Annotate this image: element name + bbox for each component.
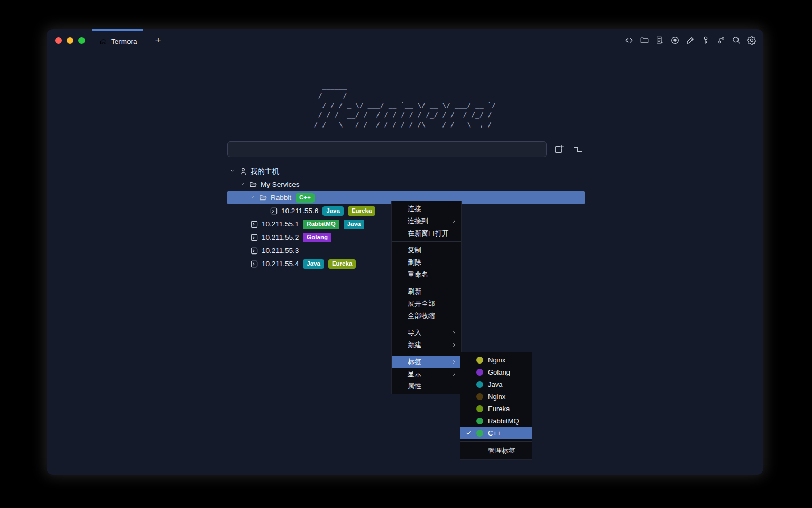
arrow-right-icon	[451, 342, 457, 348]
menu-item-open-in-new-window[interactable]: 在新窗口打开	[392, 227, 461, 239]
traffic-lights	[47, 29, 91, 51]
search-icon	[732, 35, 741, 45]
menu-item-label: 复制	[408, 246, 457, 255]
tag-label: Java	[488, 380, 502, 388]
code-button[interactable]	[624, 35, 634, 46]
menu-item-connect[interactable]: 连接	[392, 203, 461, 215]
branch-icon	[716, 35, 726, 45]
tag-item-rabbitmq[interactable]: RabbitMQ	[460, 415, 532, 427]
toolbar	[624, 29, 756, 51]
tab-title: Termora	[111, 38, 137, 46]
tag-item-java[interactable]: Java	[460, 378, 532, 391]
menu-item-refresh[interactable]: 刷新	[392, 285, 461, 297]
folder-open-icon	[249, 180, 257, 189]
tag-color-dot	[476, 418, 483, 424]
menu-item-label: 属性	[408, 382, 457, 391]
tag-color-dot	[476, 393, 483, 400]
terminal-icon	[250, 247, 259, 255]
arrow-right-icon	[451, 330, 457, 335]
tab-bar: Termora +	[47, 29, 763, 51]
menu-item-tags[interactable]: 标签	[392, 356, 461, 368]
tag-label: RabbitMQ	[488, 417, 519, 425]
arrow-right-icon	[451, 371, 457, 377]
menu-separator	[392, 241, 461, 242]
menu-item-properties[interactable]: 属性	[392, 380, 461, 392]
tag-item-golang[interactable]: Golang	[460, 366, 532, 378]
tag-item-nginx[interactable]: Nginx	[460, 391, 532, 403]
terminal-icon	[250, 233, 259, 242]
menu-item-label: 刷新	[408, 287, 457, 296]
host-filter-input[interactable]	[227, 141, 547, 157]
tag-color-dot	[476, 369, 483, 376]
tag-submenu: NginxGolangJavaNginxEurekaRabbitMQC++ 管理…	[460, 352, 532, 460]
menu-item-display[interactable]: 显示	[392, 368, 461, 380]
menu-separator	[460, 441, 532, 442]
tag-label: Nginx	[488, 356, 505, 364]
menu-separator	[392, 283, 461, 283]
menu-separator	[392, 324, 461, 324]
tag-badge: RabbitMQ	[303, 220, 339, 229]
search-button[interactable]	[731, 35, 741, 46]
chevron-down-icon	[250, 194, 256, 201]
menu-item-copy[interactable]: 复制	[392, 244, 461, 256]
tag-item-nginx[interactable]: Nginx	[460, 354, 532, 366]
menu-item-new[interactable]: 新建	[392, 339, 461, 351]
tag-item-eureka[interactable]: Eureka	[460, 403, 532, 415]
log-file-icon	[655, 35, 665, 45]
close-window-button[interactable]	[55, 37, 62, 44]
check-icon	[466, 430, 473, 437]
tag-label: C++	[488, 429, 501, 437]
tag-badge: Java	[344, 220, 365, 229]
menu-item-label: 显示	[408, 369, 451, 379]
tree-item-label: 10.211.55.4	[262, 260, 299, 268]
menu-item-collapse-all[interactable]: 全部收缩	[392, 310, 461, 322]
tab-termora[interactable]: Termora	[92, 29, 143, 52]
add-host-button[interactable]	[552, 143, 564, 155]
settings-button[interactable]	[746, 35, 756, 46]
home-glyph	[99, 38, 107, 46]
tag-label: Nginx	[488, 393, 505, 401]
menu-item-connect-to[interactable]: 连接到	[392, 215, 461, 227]
tag-item-c[interactable]: C++	[460, 427, 532, 439]
menu-item-label: 在新窗口打开	[408, 229, 457, 238]
new-tab-button[interactable]: +	[150, 29, 166, 51]
branch-button[interactable]	[716, 35, 726, 46]
menu-item-expand-all[interactable]: 展开全部	[392, 297, 461, 310]
tree-item-my-hosts[interactable]: 我的主机	[227, 165, 585, 178]
tag-label: Golang	[488, 368, 510, 376]
log-file-button[interactable]	[654, 35, 665, 46]
menu-item-label: 标签	[408, 357, 451, 367]
tag-badge: Java	[322, 206, 344, 216]
terminal-icon	[250, 220, 259, 229]
menu-item-label: 连接到	[408, 216, 451, 226]
manage-tags-item[interactable]: 管理标签	[460, 444, 532, 458]
folder-open-icon	[259, 194, 267, 202]
edit-button[interactable]	[685, 35, 695, 46]
tag-color-dot	[476, 405, 483, 412]
tree-item-my-services[interactable]: My Services	[227, 178, 585, 191]
person-icon	[239, 167, 247, 176]
tag-badge: Java	[303, 259, 324, 269]
menu-item-import[interactable]: 导入	[392, 326, 461, 339]
chevron-down-icon	[239, 181, 246, 188]
tag-color-dot	[476, 430, 483, 437]
tree-item-label: 10.211.55.1	[262, 220, 299, 228]
collapse-layout-button[interactable]	[571, 143, 583, 155]
menu-item-label: 展开全部	[408, 299, 457, 309]
settings-icon	[747, 35, 756, 45]
edit-icon	[686, 35, 695, 45]
folder-button[interactable]	[639, 35, 649, 46]
minimize-window-button[interactable]	[67, 37, 73, 44]
menu-item-label: 新建	[408, 340, 451, 350]
tag-color-dot	[476, 381, 483, 388]
key-button[interactable]	[700, 35, 710, 46]
record-button[interactable]	[670, 35, 680, 46]
zoom-window-button[interactable]	[78, 37, 85, 44]
menu-item-delete[interactable]: 删除	[392, 256, 461, 268]
code-icon	[624, 35, 634, 45]
tree-item-label: 我的主机	[251, 167, 279, 176]
home-icon	[99, 38, 107, 46]
terminal-icon	[270, 207, 278, 215]
menu-item-label: 全部收缩	[408, 311, 457, 321]
menu-item-rename[interactable]: 重命名	[392, 268, 461, 280]
